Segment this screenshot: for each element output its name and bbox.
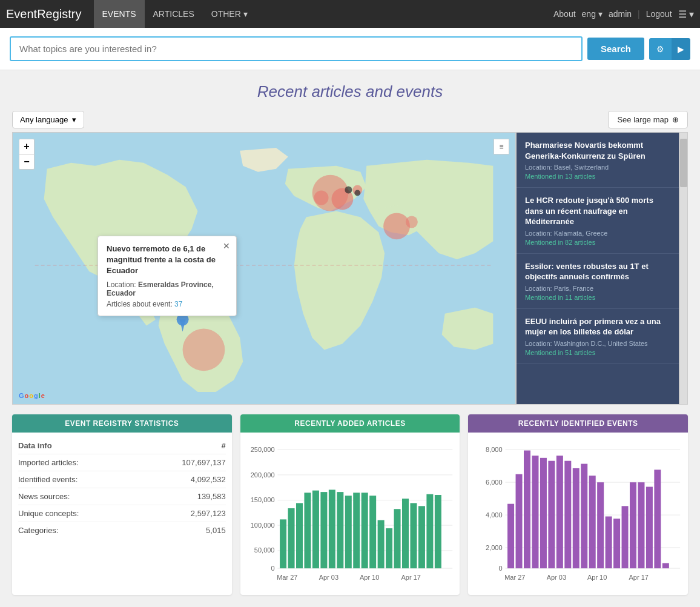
events-chart-header: RECENTLY IDENTIFIED EVENTS — [468, 414, 688, 433]
stats-value-0: 107,697,137 — [182, 458, 225, 467]
search-extra-buttons: ⚙ ▶ — [649, 38, 690, 60]
page-title: Recent articles and events — [12, 82, 688, 101]
circle-arrow-icon: ⊕ — [672, 115, 679, 124]
stats-label-1: Identified events: — [18, 475, 78, 484]
svg-point-7 — [406, 216, 418, 228]
nav-other[interactable]: OTHER ▾ — [203, 0, 256, 28]
svg-text:Mar 27: Mar 27 — [505, 574, 526, 581]
articles-chart-header: RECENTLY ADDED ARTICLES — [240, 414, 460, 433]
nav-links: EVENTS ARTICLES OTHER ▾ — [94, 0, 553, 28]
svg-point-8 — [183, 329, 225, 371]
large-map-label: See large map — [617, 115, 669, 124]
nav-articles[interactable]: ARTICLES — [145, 0, 203, 28]
svg-rect-40 — [386, 528, 392, 568]
svg-rect-77 — [638, 482, 645, 568]
map-layers-button[interactable]: ≡ — [494, 139, 509, 154]
article-item-0[interactable]: Pharmariese Novartis bekommt Generika-Ko… — [517, 133, 679, 188]
lang-label: eng — [582, 9, 596, 19]
popup-articles-label: Articles about event: — [107, 300, 174, 308]
svg-rect-75 — [622, 506, 629, 568]
language-label: Any language — [20, 115, 68, 124]
svg-rect-36 — [353, 493, 360, 568]
main-content: Recent articles and events Any language … — [0, 70, 700, 607]
nav-events[interactable]: EVENTS — [94, 0, 145, 28]
svg-rect-35 — [345, 496, 351, 568]
stats-col-data: Data info — [18, 441, 52, 450]
svg-rect-46 — [435, 495, 441, 568]
article-title-1: Le HCR redoute jusqu'à 500 morts dans un… — [525, 195, 670, 227]
svg-text:0: 0 — [271, 565, 274, 572]
svg-text:6,000: 6,000 — [486, 479, 503, 486]
svg-text:50,000: 50,000 — [254, 546, 275, 554]
article-mentions-2: Mentioned in 11 articles — [525, 294, 670, 301]
statistics-card: EVENT REGISTRY STATISTICS Data info # Im… — [12, 414, 232, 595]
search-arrow-button[interactable]: ▶ — [672, 38, 690, 60]
article-item-2[interactable]: Essilor: ventes robustes au 1T et object… — [517, 254, 679, 309]
title-text-italic: events — [397, 82, 443, 101]
stats-row-1: Identified events: 4,092,532 — [18, 471, 226, 488]
popup-title: Nuevo terremoto de 6,1 de magnitud frent… — [107, 244, 228, 277]
svg-rect-65 — [540, 458, 547, 568]
popup-location: Location: Esmeraldas Province, Ecuador — [107, 280, 228, 297]
stats-label-0: Imported articles: — [18, 458, 79, 467]
svg-rect-32 — [320, 492, 327, 568]
svg-rect-45 — [426, 494, 433, 568]
svg-rect-44 — [418, 506, 425, 568]
events-chart-svg: 8,000 6,000 4,000 2,000 0 — [474, 439, 682, 587]
scroll-thumb[interactable] — [680, 139, 687, 187]
svg-rect-38 — [369, 496, 376, 568]
sidebar-scrollbar[interactable] — [679, 132, 688, 405]
svg-text:2,000: 2,000 — [486, 544, 503, 551]
nav-logout[interactable]: Logout — [646, 9, 672, 19]
article-location-2: Location: Paris, France — [525, 285, 670, 292]
search-button[interactable]: Search — [587, 38, 644, 60]
nav-about[interactable]: About — [553, 9, 576, 19]
map-area: + − ≡ ✕ Nuevo terremoto de 6,1 de magnit… — [12, 132, 688, 405]
svg-text:Apr 17: Apr 17 — [629, 574, 649, 581]
article-mentions-1: Mentioned in 82 articles — [525, 239, 670, 246]
map-zoom-controls: + − — [19, 139, 35, 170]
events-chart-container: 8,000 6,000 4,000 2,000 0 — [468, 433, 688, 595]
gear-icon: ⚙ — [656, 44, 664, 54]
svg-text:Apr 10: Apr 10 — [587, 574, 607, 581]
pipe-divider: | — [638, 9, 640, 19]
svg-rect-71 — [589, 476, 596, 568]
statistics-header: EVENT REGISTRY STATISTICS — [12, 414, 232, 433]
search-settings-button[interactable]: ⚙ — [649, 38, 672, 60]
article-mentions-0: Mentioned in 13 articles — [525, 173, 670, 180]
google-logo: Google — [19, 392, 45, 399]
stats-label-2: News sources: — [18, 492, 70, 501]
stats-value-2: 139,583 — [197, 492, 226, 501]
articles-chart-svg: 250,000 200,000 150,000 100,000 50,000 0 — [246, 439, 454, 587]
articles-chart-card: RECENTLY ADDED ARTICLES 250,000 200,000 … — [240, 414, 460, 595]
svg-rect-33 — [329, 489, 335, 568]
zoom-in-button[interactable]: + — [19, 139, 35, 154]
article-item-3[interactable]: EEUU incluirá por primera vez a una muje… — [517, 309, 679, 364]
language-filter-button[interactable]: Any language ▾ — [12, 111, 84, 128]
menu-button[interactable]: ☰ ▾ — [678, 8, 694, 20]
stats-value-4: 5,015 — [206, 526, 226, 535]
svg-rect-42 — [402, 499, 409, 568]
nav-right: About eng ▾ admin | Logout ☰ ▾ — [553, 8, 694, 20]
popup-location-label: Location: — [107, 280, 138, 289]
search-input[interactable] — [10, 36, 583, 61]
svg-text:Apr 10: Apr 10 — [360, 574, 379, 581]
see-large-map-button[interactable]: See large map ⊕ — [608, 111, 688, 128]
zoom-out-button[interactable]: − — [19, 154, 35, 170]
lang-button[interactable]: eng ▾ — [582, 9, 603, 19]
map-container[interactable]: + − ≡ ✕ Nuevo terremoto de 6,1 de magnit… — [12, 132, 516, 405]
stats-row-2: News sources: 139,583 — [18, 488, 226, 505]
svg-rect-78 — [646, 487, 653, 569]
popup-close-button[interactable]: ✕ — [223, 241, 230, 251]
statistics-table: Data info # Imported articles: 107,697,1… — [12, 433, 232, 543]
popup-articles-link[interactable]: 37 — [174, 300, 182, 308]
svg-rect-27 — [280, 519, 286, 568]
brand-event: Event — [6, 7, 37, 21]
svg-rect-74 — [613, 519, 620, 568]
svg-rect-64 — [532, 456, 539, 568]
article-title-3: EEUU incluirá por primera vez a una muje… — [525, 316, 670, 337]
article-item-1[interactable]: Le HCR redoute jusqu'à 500 morts dans un… — [517, 188, 679, 254]
svg-rect-68 — [565, 461, 572, 568]
article-location-0: Location: Basel, Switzerland — [525, 164, 670, 171]
svg-rect-69 — [573, 468, 579, 568]
